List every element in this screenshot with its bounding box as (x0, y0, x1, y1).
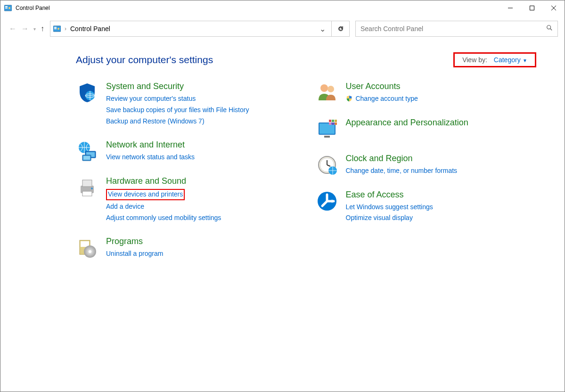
svg-rect-9 (54, 27, 57, 28)
svg-point-3 (8, 7, 10, 9)
recent-dropdown[interactable]: ▾ (33, 26, 36, 32)
category-link[interactable]: View devices and printers (106, 189, 185, 200)
shield-globe-icon (76, 82, 98, 104)
category-title[interactable]: Ease of Access (346, 190, 537, 200)
category-user-accounts: User Accounts Change account type (316, 82, 537, 105)
category-link[interactable]: Backup and Restore (Windows 7) (106, 116, 297, 127)
breadcrumb-location[interactable]: Control Panel (70, 25, 110, 33)
monitor-colors-icon (316, 118, 338, 140)
svg-rect-33 (324, 136, 330, 138)
category-title[interactable]: Clock and Region (346, 154, 537, 163)
chevron-down-icon: ▼ (523, 58, 527, 63)
back-button[interactable]: ← (9, 24, 16, 33)
refresh-button[interactable] (332, 21, 350, 37)
svg-rect-20 (83, 156, 90, 160)
people-icon (316, 82, 338, 104)
category-link[interactable]: Change date, time, or number formats (346, 165, 537, 177)
category-title[interactable]: Network and Internet (106, 140, 297, 150)
navigation-bar: ← → ▾ ↑ › Control Panel ⌄ (7, 19, 558, 38)
svg-point-28 (89, 250, 91, 253)
svg-rect-36 (335, 120, 337, 122)
svg-rect-34 (329, 120, 331, 122)
view-by-label: View by: (462, 56, 487, 64)
svg-rect-10 (54, 28, 57, 29)
svg-rect-1 (5, 6, 8, 7)
address-bar[interactable]: › Control Panel ⌄ (50, 21, 332, 37)
category-title[interactable]: Hardware and Sound (106, 176, 297, 186)
category-link[interactable]: Review your computer's status (106, 93, 297, 105)
forward-button[interactable]: → (21, 24, 29, 33)
up-button[interactable]: ↑ (41, 24, 44, 33)
svg-point-11 (57, 28, 59, 30)
category-title[interactable]: Appearance and Personalization (346, 118, 537, 128)
category-link[interactable]: Optimize visual display (346, 212, 537, 224)
svg-rect-23 (82, 191, 92, 196)
minimize-button[interactable] (499, 0, 521, 16)
window-title: Control Panel (16, 5, 50, 11)
category-clock-and-region: Clock and RegionChange date, time, or nu… (316, 154, 537, 177)
category-title[interactable]: System and Security (106, 82, 297, 91)
svg-rect-35 (332, 120, 334, 122)
ease-icon (316, 190, 338, 212)
content-area: Adjust your computer's settings View by:… (0, 38, 565, 273)
control-panel-icon (53, 25, 61, 33)
maximize-button[interactable] (521, 0, 543, 16)
control-panel-icon (4, 4, 12, 12)
nav-arrows: ← → ▾ ↑ (7, 24, 46, 33)
search-box[interactable] (355, 21, 558, 37)
svg-rect-32 (319, 123, 335, 134)
category-link[interactable]: Uninstall a program (106, 248, 297, 260)
left-column: System and SecurityReview your computer'… (76, 82, 297, 273)
category-link[interactable]: View network status and tasks (106, 152, 297, 163)
close-button[interactable] (543, 0, 565, 16)
view-by-value: Category (494, 56, 521, 64)
search-input[interactable] (360, 25, 546, 33)
clock-globe-icon (316, 154, 338, 176)
svg-rect-38 (332, 122, 334, 125)
category-link[interactable]: Let Windows suggest settings (346, 202, 537, 213)
breadcrumb-separator: › (65, 25, 66, 32)
category-link[interactable]: Add a device (106, 201, 297, 212)
printer-icon (76, 176, 98, 199)
svg-rect-22 (82, 180, 92, 187)
svg-rect-2 (5, 8, 8, 8)
svg-point-12 (547, 25, 551, 29)
category-hardware-and-sound: Hardware and SoundView devices and print… (76, 176, 297, 223)
view-by-selector[interactable]: View by: Category ▼ (453, 52, 536, 67)
category-title[interactable]: User Accounts (346, 82, 537, 91)
category-system-and-security: System and SecurityReview your computer'… (76, 82, 297, 127)
svg-point-29 (320, 84, 328, 92)
category-title[interactable]: Programs (106, 237, 297, 246)
category-link[interactable]: Adjust commonly used mobility settings (106, 212, 297, 224)
category-link[interactable]: Save backup copies of your files with Fi… (106, 105, 297, 116)
category-network-and-internet: Network and InternetView network status … (76, 140, 297, 163)
category-ease-of-access: Ease of AccessLet Windows suggest settin… (316, 190, 537, 224)
svg-rect-37 (329, 122, 331, 125)
category-link[interactable]: Change account type (346, 93, 537, 105)
svg-line-13 (550, 29, 552, 31)
svg-point-24 (91, 188, 93, 189)
svg-rect-39 (335, 122, 337, 125)
disc-box-icon (76, 237, 98, 259)
search-icon (546, 24, 553, 33)
globe-monitors-icon (76, 140, 98, 163)
right-column: User Accounts Change account typeAppeara… (316, 82, 537, 273)
svg-point-30 (328, 86, 334, 92)
titlebar: Control Panel (0, 0, 565, 16)
window-controls (499, 0, 565, 16)
page-heading: Adjust your computer's settings (76, 54, 213, 65)
category-appearance-and-personalization: Appearance and Personalization (316, 118, 537, 140)
address-dropdown[interactable]: ⌄ (317, 24, 328, 33)
category-programs: ProgramsUninstall a program (76, 237, 297, 260)
svg-rect-5 (530, 6, 534, 10)
